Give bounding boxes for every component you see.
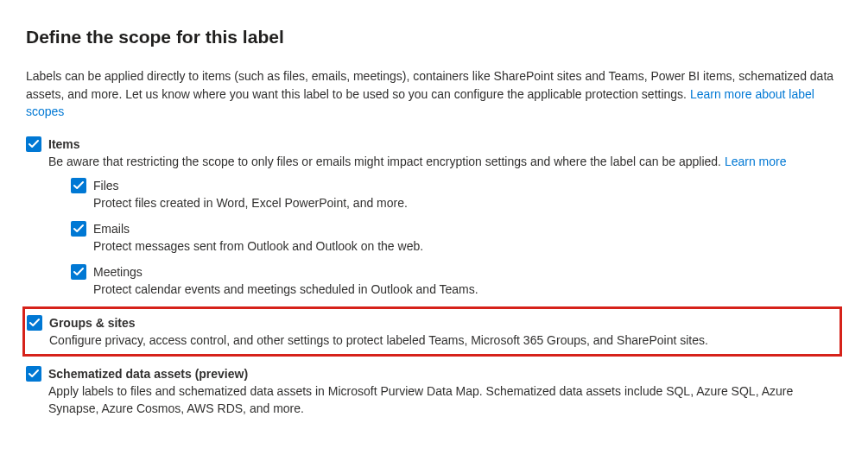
- meetings-desc: Protect calendar events and meetings sch…: [93, 281, 842, 298]
- scope-row-emails: Emails Protect messages sent from Outloo…: [71, 217, 842, 256]
- scope-row-schematized: Schematized data assets (preview) Apply …: [26, 362, 842, 419]
- items-learn-more-link[interactable]: Learn more: [725, 155, 787, 168]
- groups-title: Groups & sites: [49, 314, 834, 332]
- files-title: Files: [93, 177, 842, 194]
- highlight-box-groups: Groups & sites Configure privacy, access…: [22, 306, 842, 357]
- scope-row-groups: Groups & sites Configure privacy, access…: [27, 313, 834, 350]
- groups-checkbox[interactable]: [27, 315, 42, 331]
- schematized-checkbox[interactable]: [26, 366, 41, 382]
- files-checkbox[interactable]: [71, 178, 86, 193]
- emails-desc: Protect messages sent from Outlook and O…: [93, 237, 842, 255]
- checkmark-icon: [29, 139, 39, 149]
- scope-row-files: Files Protect files created in Word, Exc…: [71, 174, 842, 213]
- checkmark-icon: [73, 180, 84, 191]
- schematized-desc: Apply labels to files and schematized da…: [48, 382, 842, 417]
- checkmark-icon: [29, 318, 40, 328]
- emails-title: Emails: [93, 220, 842, 237]
- items-desc: Be aware that restricting the scope to o…: [48, 153, 842, 170]
- checkmark-icon: [29, 369, 39, 379]
- schematized-title: Schematized data assets (preview): [48, 365, 842, 382]
- files-desc: Protect files created in Word, Excel Pow…: [93, 194, 842, 212]
- items-checkbox[interactable]: [26, 136, 41, 152]
- meetings-checkbox[interactable]: [71, 264, 86, 280]
- meetings-title: Meetings: [93, 263, 842, 281]
- items-desc-text: Be aware that restricting the scope to o…: [48, 155, 725, 168]
- scope-row-meetings: Meetings Protect calendar events and mee…: [71, 260, 842, 300]
- emails-checkbox[interactable]: [71, 221, 86, 237]
- groups-desc: Configure privacy, access control, and o…: [49, 332, 834, 349]
- checkmark-icon: [73, 267, 84, 277]
- scope-row-items: Items Be aware that restricting the scop…: [26, 132, 842, 301]
- items-title: Items: [48, 136, 842, 153]
- page-title: Define the scope for this label: [26, 24, 842, 50]
- intro-paragraph: Labels can be applied directly to items …: [26, 67, 838, 120]
- checkmark-icon: [73, 224, 84, 234]
